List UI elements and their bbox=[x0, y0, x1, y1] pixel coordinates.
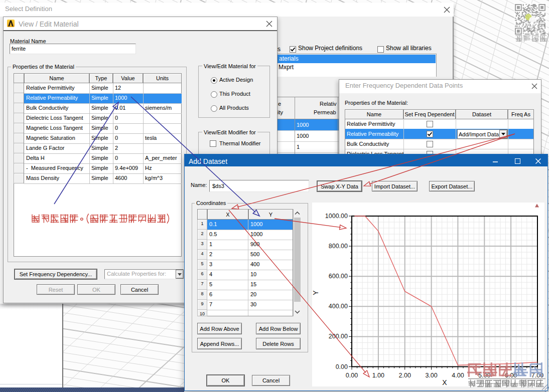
svg-text:7.00: 7.00 bbox=[531, 372, 543, 379]
svg-text:1.00: 1.00 bbox=[372, 372, 384, 379]
svg-text:600.00: 600.00 bbox=[329, 273, 348, 280]
svg-text:6.00: 6.00 bbox=[505, 372, 517, 379]
svg-text:1000.00: 1000.00 bbox=[325, 213, 348, 220]
svg-text:800.00: 800.00 bbox=[329, 243, 348, 250]
svg-text:0.00: 0.00 bbox=[336, 363, 348, 370]
svg-text:Y: Y bbox=[312, 290, 320, 295]
svg-text:2.00: 2.00 bbox=[399, 372, 411, 379]
svg-text:5.00: 5.00 bbox=[478, 372, 490, 379]
svg-text:X: X bbox=[442, 378, 447, 386]
svg-text:3.00: 3.00 bbox=[425, 372, 437, 379]
svg-text:4.00: 4.00 bbox=[452, 372, 464, 379]
svg-text:0.00: 0.00 bbox=[346, 372, 358, 379]
svg-text:400.00: 400.00 bbox=[329, 303, 348, 310]
svg-text:200.00: 200.00 bbox=[329, 333, 348, 340]
